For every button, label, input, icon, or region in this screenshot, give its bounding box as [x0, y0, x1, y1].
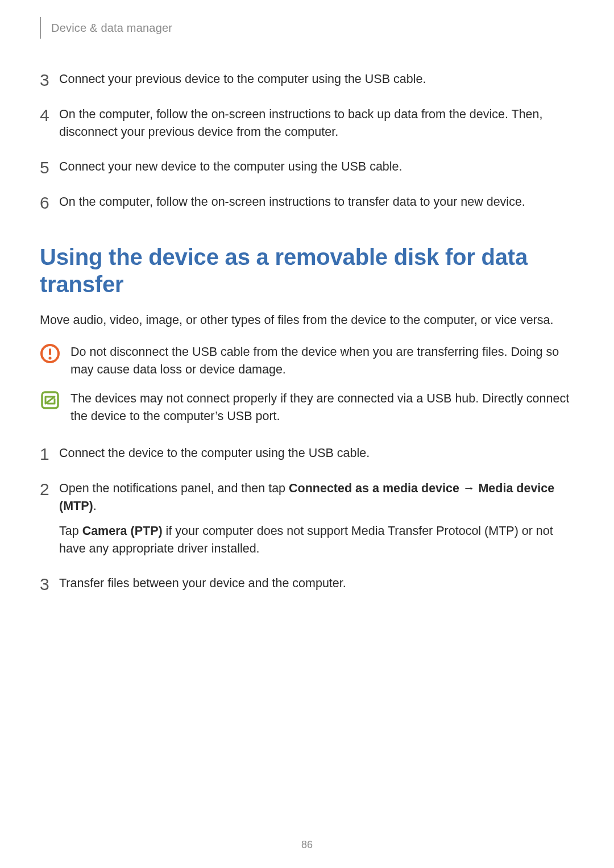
top-step: 4On the computer, follow the on-screen i…	[40, 106, 574, 141]
text-run: Connect your new device to the computer …	[59, 160, 403, 173]
top-step: 5Connect your new device to the computer…	[40, 158, 574, 176]
breadcrumb: Device & data manager	[51, 22, 172, 35]
step-paragraph: Connect your new device to the computer …	[59, 158, 574, 176]
text-run: .	[93, 499, 97, 513]
top-step: 6On the computer, follow the on-screen i…	[40, 193, 574, 211]
step-paragraph: Connect the device to the computer using…	[59, 445, 574, 462]
page-header: Device & data manager	[40, 17, 574, 39]
steps-list-continued: 3Connect your previous device to the com…	[40, 70, 574, 211]
step-paragraph: On the computer, follow the on-screen in…	[59, 193, 574, 211]
bold-text: Connected as a media device	[289, 481, 459, 495]
header-divider	[40, 17, 41, 39]
text-run: On the computer, follow the on-screen in…	[59, 107, 543, 139]
step-paragraph: Open the notifications panel, and then t…	[59, 480, 574, 515]
warning-icon	[40, 343, 60, 364]
step-body: On the computer, follow the on-screen in…	[59, 106, 574, 141]
note-icon	[40, 390, 60, 410]
page-number: 86	[0, 839, 614, 851]
bottom-step: 2Open the notifications panel, and then …	[40, 480, 574, 558]
text-run: Tap	[59, 524, 82, 538]
text-run: Connect your previous device to the comp…	[59, 72, 426, 86]
text-run: Transfer files between your device and t…	[59, 576, 346, 590]
callouts: Do not disconnect the USB cable from the…	[40, 343, 574, 426]
step-body: Connect your previous device to the comp…	[59, 70, 574, 89]
step-paragraph: Transfer files between your device and t…	[59, 575, 574, 592]
step-paragraph: Tap Camera (PTP) if your computer does n…	[59, 522, 574, 558]
svg-rect-1	[49, 348, 51, 355]
text-run: On the computer, follow the on-screen in…	[59, 195, 525, 209]
step-number: 2	[40, 480, 59, 558]
note-callout: The devices may not connect properly if …	[40, 390, 574, 425]
step-number: 1	[40, 445, 59, 463]
callout-text: The devices may not connect properly if …	[70, 390, 574, 425]
top-step: 3Connect your previous device to the com…	[40, 70, 574, 89]
step-body: Open the notifications panel, and then t…	[59, 480, 574, 558]
section-intro: Move audio, video, image, or other types…	[40, 312, 574, 329]
bold-text: Camera (PTP)	[82, 524, 163, 538]
step-number: 6	[40, 193, 59, 211]
step-number: 5	[40, 158, 59, 176]
step-number: 3	[40, 575, 59, 593]
step-body: On the computer, follow the on-screen in…	[59, 193, 574, 211]
step-number: 3	[40, 70, 59, 89]
svg-point-2	[48, 356, 51, 359]
bottom-step: 1Connect the device to the computer usin…	[40, 445, 574, 463]
step-paragraph: Connect your previous device to the comp…	[59, 70, 574, 88]
text-run: Open the notifications panel, and then t…	[59, 481, 289, 495]
section-title: Using the device as a removable disk for…	[40, 243, 574, 298]
step-body: Transfer files between your device and t…	[59, 575, 574, 593]
step-paragraph: On the computer, follow the on-screen in…	[59, 106, 574, 141]
text-run: Connect the device to the computer using…	[59, 446, 370, 460]
callout-icon-wrap	[40, 343, 70, 379]
bottom-step: 3Transfer files between your device and …	[40, 575, 574, 593]
step-number: 4	[40, 106, 59, 141]
manual-page: Device & data manager 3Connect your prev…	[0, 0, 614, 868]
step-body: Connect your new device to the computer …	[59, 158, 574, 176]
callout-icon-wrap	[40, 390, 70, 425]
step-body: Connect the device to the computer using…	[59, 445, 574, 463]
callout-text: Do not disconnect the USB cable from the…	[70, 343, 574, 379]
steps-list: 1Connect the device to the computer usin…	[40, 445, 574, 593]
warning-callout: Do not disconnect the USB cable from the…	[40, 343, 574, 379]
text-run: →	[459, 481, 478, 495]
